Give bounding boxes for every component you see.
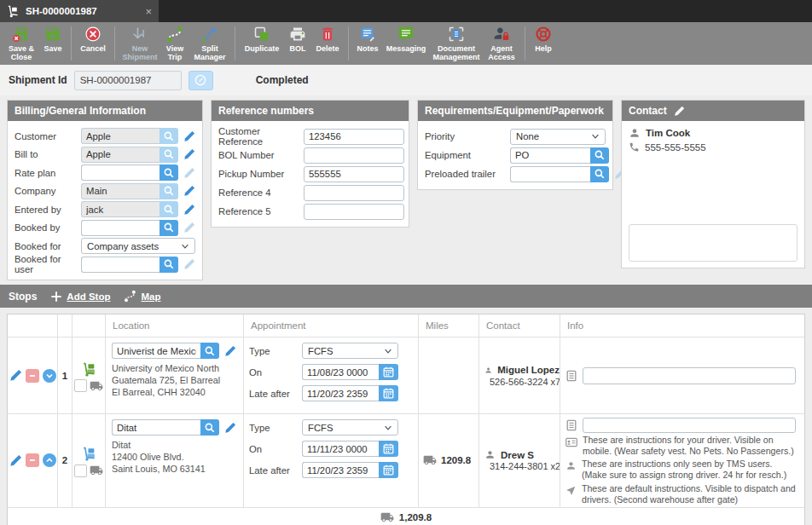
help-button[interactable]: Help (530, 22, 557, 65)
map-link[interactable]: Map (124, 290, 160, 303)
stop1-checkbox[interactable] (74, 379, 87, 392)
rate-plan-input[interactable] (81, 164, 160, 181)
shipment-id-input[interactable] (74, 71, 182, 90)
bill-to-edit-pencil-icon[interactable] (183, 148, 195, 160)
minus-icon (27, 455, 38, 465)
tab-close-icon[interactable]: × (145, 5, 152, 18)
rate-plan-search-button[interactable] (160, 164, 178, 181)
stop2-late-after-calendar-button[interactable] (379, 462, 398, 478)
truck-icon (423, 453, 437, 467)
rate-plan-edit-pencil-icon[interactable] (183, 167, 195, 179)
contact-notes-textarea[interactable] (629, 224, 798, 262)
booked-for-label: Booked for (14, 241, 81, 251)
booked-by-edit-pencil-icon[interactable] (183, 222, 195, 234)
messaging-button[interactable]: Messaging (382, 22, 430, 65)
stop2-late-after-input[interactable] (302, 462, 379, 478)
stop1-appt-type-select[interactable]: FCFS (302, 343, 398, 359)
stop1-info-input[interactable] (583, 367, 796, 384)
note-form-icon (566, 370, 577, 382)
entered-by-search-button[interactable] (160, 201, 178, 217)
bol-button[interactable]: BOL (284, 22, 311, 65)
stop1-on-date-input[interactable] (302, 364, 379, 380)
company-input[interactable] (81, 183, 160, 199)
company-edit-pencil-icon[interactable] (183, 185, 195, 197)
stop2-location-input[interactable] (112, 419, 200, 436)
duplicate-button[interactable]: Duplicate (240, 22, 284, 65)
save-close-button[interactable]: Save & Close (3, 22, 39, 65)
booked-for-user-edit-pencil-icon[interactable] (183, 258, 195, 270)
entered-by-edit-pencil-icon[interactable] (183, 204, 195, 216)
bill-to-search-button[interactable] (160, 147, 178, 163)
shipment-id-edit-button[interactable] (188, 71, 213, 90)
stop1-on-calendar-button[interactable] (379, 364, 398, 380)
notes-button[interactable]: Notes (353, 22, 382, 65)
stop1-location-search-button[interactable] (200, 343, 219, 359)
contact-name-row: Tim Cook (629, 127, 798, 139)
split-manager-button[interactable]: Split Manager (189, 22, 230, 65)
stop1-location-input[interactable] (112, 343, 200, 359)
customer-reference-input[interactable] (304, 129, 404, 145)
cancel-button[interactable]: Cancel (76, 22, 110, 65)
save-button[interactable]: Save (39, 22, 67, 65)
stop2-location-edit-pencil-icon[interactable] (224, 422, 236, 434)
view-trip-button[interactable]: View Trip (160, 22, 189, 65)
delete-button[interactable]: Delete (311, 22, 344, 65)
booked-by-search-button[interactable] (160, 220, 178, 236)
preloaded-trailer-input[interactable] (510, 166, 590, 182)
stop2-checkbox[interactable] (74, 464, 87, 477)
stop1-late-after-input[interactable] (302, 385, 379, 401)
shipment-id-label: Shipment Id (9, 74, 67, 86)
edit-pencil-icon[interactable] (674, 106, 685, 117)
agent-access-button[interactable]: Agent Access (483, 22, 520, 65)
booked-for-user-search-button[interactable] (160, 257, 178, 273)
add-stop-link[interactable]: Add Stop (50, 291, 110, 303)
equipment-search-button[interactable] (590, 147, 609, 164)
customer-edit-pencil-icon[interactable] (183, 130, 195, 142)
stop1-move-down-button[interactable] (43, 369, 56, 383)
preloaded-trailer-search-button[interactable] (590, 166, 609, 182)
entered-by-input[interactable] (81, 201, 160, 217)
reference-5-input[interactable] (304, 204, 404, 220)
bol-label: BOL (290, 44, 306, 53)
pickup-number-input[interactable] (304, 166, 404, 182)
new-shipment-button[interactable]: New Shipment (119, 22, 160, 65)
bill-to-input[interactable] (81, 147, 160, 163)
stop1-info-cell (560, 338, 804, 414)
person-icon (566, 460, 577, 471)
stop2-edit-pencil-icon[interactable] (9, 454, 22, 467)
document-management-button[interactable]: Document Management (430, 22, 483, 65)
booked-by-input[interactable] (81, 220, 160, 236)
stop2-remove-button[interactable] (26, 453, 39, 467)
booked-for-select[interactable]: Company assets (81, 238, 195, 254)
company-search-button[interactable] (160, 183, 178, 199)
stop1-late-after-calendar-button[interactable] (379, 385, 398, 401)
stop2-on-calendar-button[interactable] (379, 441, 398, 457)
stop1-remove-button[interactable] (26, 369, 39, 383)
customer-input[interactable] (81, 128, 160, 144)
stop2-location-search-button[interactable] (200, 419, 219, 436)
billing-panel: Billing/General Information Customer Bil… (7, 100, 203, 280)
booked-by-field: Booked by (14, 219, 195, 238)
bol-number-input[interactable] (304, 147, 404, 164)
stop2-move-up-button[interactable] (43, 453, 56, 467)
duplicate-icon (253, 26, 270, 43)
contact-panel: Contact Tim Cook 555-555-5555 (621, 100, 805, 268)
stop2-address-line3: Saint Louis, MO 63141 (112, 463, 238, 475)
stop2-on-date-input[interactable] (302, 441, 379, 457)
equipment-input[interactable] (510, 147, 590, 164)
stop1-location-edit-pencil-icon[interactable] (224, 345, 236, 357)
stop2-info-input[interactable] (583, 418, 796, 433)
booked-for-user-input[interactable] (81, 257, 160, 273)
new-shipment-icon (131, 26, 148, 43)
cancel-label: Cancel (80, 44, 106, 53)
reference-4-input[interactable] (304, 185, 404, 201)
chevron-down-icon (590, 131, 600, 141)
stop2-appt-type-select[interactable]: FCFS (302, 419, 398, 436)
tab-shipment[interactable]: SH-0000001987 × (0, 0, 159, 22)
priority-select[interactable]: None (510, 129, 606, 145)
reference-4-label: Reference 4 (218, 188, 304, 198)
message-bubble-icon (397, 26, 415, 43)
stop1-edit-pencil-icon[interactable] (9, 369, 22, 382)
customer-search-button[interactable] (160, 128, 178, 144)
driver-instructions-row: These are instructions for your driver. … (566, 435, 796, 457)
